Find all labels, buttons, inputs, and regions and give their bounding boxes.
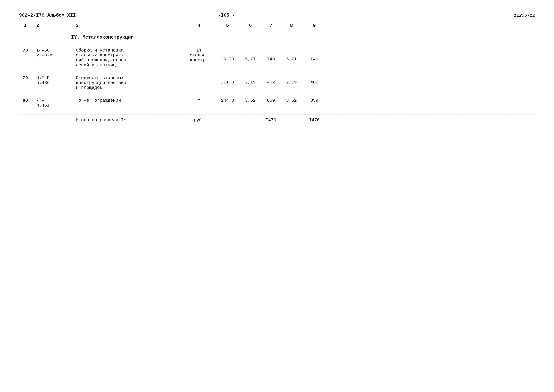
table-row: 79 Ц.I-П п.436 Стоимость стальных констр… (19, 75, 535, 90)
table-row: 80 -"- п.45I То же, ограждений т 244,0 3… (19, 98, 535, 108)
row-80-col9: 859 (302, 98, 327, 103)
row-79-col5: 2II,0 (215, 75, 240, 85)
totals-unit: руб. (183, 118, 215, 122)
row-79-code: Ц.I-П п.436 (36, 75, 71, 85)
row-80-col6: 3,52 (240, 98, 261, 103)
section-title: IY. Металлоконструкции (71, 35, 535, 40)
row-78-col8: 5,7I (281, 48, 302, 62)
totals-label: Итого по разделу IY (76, 118, 183, 122)
row-79-col9: 462 (302, 75, 327, 85)
page-header: 902-2-I79 Альбом XII -I05 - 12236-12 (19, 13, 535, 18)
page-number: -I05 - (218, 13, 235, 18)
row-80-col7: 859 (261, 98, 281, 103)
column-headers: I 2 3 4 5 6 7 8 9 (19, 23, 535, 28)
totals-col9: I470 (302, 118, 327, 122)
col-header-3: 3 (76, 23, 183, 28)
data-rows: 78 I4-50 22-8-м Сборка и установка сталь… (19, 48, 535, 108)
row-80-code: -"- п.45I (36, 98, 71, 108)
row-80-unit: т (183, 98, 215, 103)
document-number: 12236-12 (514, 13, 535, 18)
row-79-col7: 462 (261, 75, 281, 85)
row-78-col9: I49 (302, 48, 327, 62)
row-78-code: I4-50 22-8-м (36, 48, 71, 58)
row-79-num: 79 (19, 75, 32, 80)
col-header-5: 5 (215, 23, 240, 28)
col-header-6: 6 (240, 23, 261, 28)
row-80-col5: 244,0 (215, 98, 240, 103)
table-row: 78 I4-50 22-8-м Сборка и установка сталь… (19, 48, 535, 68)
row-78-col7: I49 (261, 48, 281, 62)
row-78-num: 78 (19, 48, 32, 53)
totals-col7: I470 (261, 118, 281, 122)
totals-divider (19, 114, 535, 114)
row-79-col8: 2,I9 (281, 75, 302, 85)
top-divider (19, 20, 535, 20)
row-80-num: 80 (19, 98, 32, 103)
document-title: 902-2-I79 Альбом XII (19, 13, 76, 18)
row-79-col6: 2,I9 (240, 75, 261, 85)
row-80-col8: 3,52 (281, 98, 302, 103)
col-header-8: 8 (281, 23, 302, 28)
row-78-col5: 26,I0 (215, 48, 240, 62)
row-79-desc: Стоимость стальных конструкций лестниц и… (76, 75, 183, 90)
totals-row: Итого по разделу IY руб. I470 I470 (19, 118, 535, 122)
col-header-2: 2 (36, 23, 71, 28)
col-header-4: 4 (183, 23, 215, 28)
col-header-9: 9 (302, 23, 327, 28)
row-80-desc: То же, ограждений (76, 98, 183, 103)
row-78-desc: Сборка и установка стальных конструк- ци… (76, 48, 183, 68)
row-78-col6: 5,7I (240, 48, 261, 62)
col-header-7: 7 (261, 23, 281, 28)
row-79-unit: т (183, 75, 215, 85)
col-header-1: I (19, 23, 32, 28)
row-78-unit: Iт стальн. констр. (183, 48, 215, 63)
